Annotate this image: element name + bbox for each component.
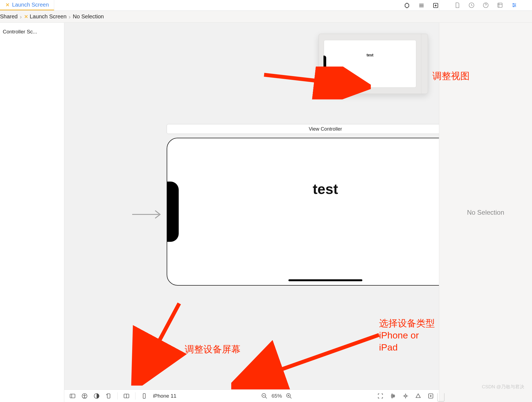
resolve-issues-icon[interactable] bbox=[415, 393, 421, 399]
decorative-brace bbox=[437, 393, 444, 401]
breadcrumb[interactable]: Shared › ✕ Launch Screen › No Selection bbox=[0, 13, 104, 20]
minimap-scrollbar[interactable] bbox=[421, 34, 428, 94]
zoom-out-icon[interactable] bbox=[261, 393, 268, 399]
canvas-tools bbox=[377, 393, 434, 399]
svg-rect-19 bbox=[143, 394, 145, 398]
label-test[interactable]: test bbox=[313, 181, 338, 197]
svg-rect-16 bbox=[107, 394, 110, 398]
chevron-icon: › bbox=[20, 13, 22, 20]
minimap-scene[interactable]: test bbox=[324, 40, 416, 88]
focus-icon[interactable] bbox=[377, 393, 384, 399]
zoom-level[interactable]: 65% bbox=[271, 393, 282, 399]
storyboard-icon: ✕ bbox=[5, 2, 10, 7]
device-notch bbox=[167, 182, 179, 242]
scene-title: View Controller bbox=[309, 126, 342, 132]
minimap[interactable]: test bbox=[319, 34, 428, 94]
annotation-arrow-devicebar bbox=[130, 301, 190, 386]
tab-label: Launch Screen bbox=[12, 2, 49, 8]
svg-point-5 bbox=[514, 5, 516, 6]
document-outline[interactable]: Controller Sc... bbox=[0, 23, 64, 402]
svg-marker-35 bbox=[416, 394, 420, 398]
breadcrumb-root[interactable]: Shared bbox=[0, 13, 18, 20]
file-inspector-icon[interactable] bbox=[454, 2, 461, 8]
attributes-inspector-icon[interactable] bbox=[511, 2, 517, 8]
device-frame[interactable]: test bbox=[167, 138, 439, 286]
related-items-icon[interactable] bbox=[404, 2, 410, 9]
chevron-icon: › bbox=[69, 13, 71, 20]
svg-rect-30 bbox=[405, 395, 406, 397]
storyboard-icon: ✕ bbox=[24, 14, 28, 20]
main-area: Controller Sc... test View Controller te… bbox=[0, 23, 532, 402]
orientation-icon[interactable] bbox=[105, 393, 112, 399]
align-icon[interactable] bbox=[390, 393, 396, 399]
breadcrumb-file[interactable]: Launch Screen bbox=[30, 13, 67, 20]
editor-toolbar-right bbox=[404, 0, 439, 11]
minimap-label: test bbox=[367, 53, 374, 57]
svg-rect-11 bbox=[70, 394, 75, 398]
appearance-icon[interactable] bbox=[93, 393, 100, 399]
svg-line-24 bbox=[290, 397, 291, 398]
annotation-arrow-deviceselect bbox=[231, 332, 384, 390]
accessibility-icon[interactable] bbox=[81, 393, 88, 399]
breadcrumb-bar: Shared › ✕ Launch Screen › No Selection bbox=[0, 11, 532, 23]
breadcrumb-selection[interactable]: No Selection bbox=[73, 13, 104, 20]
panel-toggle-icon[interactable] bbox=[69, 393, 76, 399]
outline-item[interactable]: Controller Sc... bbox=[0, 28, 64, 36]
scene-title-bar[interactable]: View Controller bbox=[167, 124, 439, 134]
svg-line-21 bbox=[265, 397, 267, 398]
inspector-tab-row bbox=[439, 0, 532, 11]
device-bar: iPhone 11 65% bbox=[64, 389, 439, 402]
layout-split-icon[interactable] bbox=[123, 393, 130, 399]
svg-rect-3 bbox=[498, 3, 502, 7]
adjust-editor-icon[interactable] bbox=[418, 2, 425, 9]
svg-point-6 bbox=[513, 6, 514, 7]
embed-in-icon[interactable] bbox=[427, 393, 434, 399]
inspector-no-selection: No Selection bbox=[467, 209, 504, 216]
svg-point-14 bbox=[84, 394, 85, 395]
svg-point-4 bbox=[513, 3, 514, 4]
pin-constraints-icon[interactable] bbox=[402, 393, 409, 399]
inspector-panel: No Selection bbox=[439, 23, 532, 402]
annotation-select-device-type: 选择设备类型 iPhone or iPad bbox=[379, 317, 439, 354]
help-inspector-icon[interactable] bbox=[482, 2, 489, 8]
identity-inspector-icon[interactable] bbox=[497, 2, 503, 8]
svg-line-10 bbox=[239, 335, 379, 384]
device-label[interactable]: iPhone 11 bbox=[153, 393, 177, 399]
zoom-in-icon[interactable] bbox=[286, 393, 292, 399]
minimap-notch bbox=[323, 56, 326, 72]
history-inspector-icon[interactable] bbox=[468, 2, 475, 8]
zoom-controls: 65% bbox=[261, 393, 292, 399]
watermark: CSDN @乃敢与君决 bbox=[482, 384, 524, 390]
canvas[interactable]: test View Controller test bbox=[64, 23, 439, 402]
annotation-adjust-device-screen: 调整设备屏幕 bbox=[185, 343, 241, 356]
entry-point-arrow[interactable] bbox=[132, 209, 164, 220]
home-indicator bbox=[288, 279, 362, 281]
add-editor-icon[interactable] bbox=[432, 2, 439, 9]
svg-line-9 bbox=[138, 303, 179, 380]
device-type-icon[interactable] bbox=[141, 393, 148, 399]
tab-launch-screen[interactable]: ✕ Launch Screen bbox=[0, 0, 54, 10]
